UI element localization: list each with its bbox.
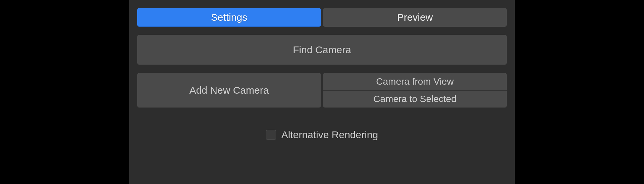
alternative-rendering-label[interactable]: Alternative Rendering [281,129,378,141]
camera-settings-panel: Settings Preview Find Camera Add New Cam… [129,0,515,184]
alternative-rendering-row: Alternative Rendering [137,129,507,141]
camera-ops-row: Add New Camera Camera from View Camera t… [137,73,507,108]
alternative-rendering-checkbox[interactable] [266,130,276,140]
tab-settings[interactable]: Settings [137,8,321,27]
camera-from-view-button[interactable]: Camera from View [323,73,507,90]
tab-preview[interactable]: Preview [323,8,507,27]
add-new-camera-button[interactable]: Add New Camera [137,73,321,108]
camera-to-selected-button[interactable]: Camera to Selected [323,90,507,108]
find-camera-button[interactable]: Find Camera [137,35,507,65]
find-camera-row: Find Camera [137,35,507,65]
tabs-row: Settings Preview [137,8,507,27]
camera-ops-right-group: Camera from View Camera to Selected [323,73,507,108]
